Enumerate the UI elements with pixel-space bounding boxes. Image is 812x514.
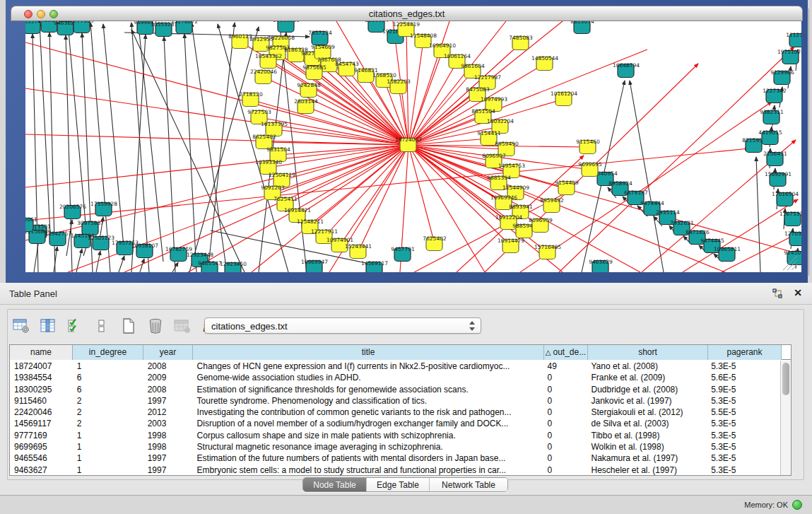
cell-short[interactable]: Nakamura et al. (1997) [587,452,707,464]
column-header-name[interactable]: name [10,345,73,360]
tab-node-table[interactable]: Node Table [303,478,367,491]
network-window-titlebar[interactable]: citations_edges.txt [11,6,803,21]
cell-year[interactable]: 2012 [143,407,193,418]
cell-short[interactable]: Tibbo et al. (1998) [587,430,707,441]
trash-icon[interactable] [146,316,165,336]
column-header-pagerank[interactable]: pagerank [708,345,782,360]
graph-node[interactable]: 10161204 [551,90,577,106]
cell-name[interactable]: 18724007 [10,361,73,372]
graph-node[interactable]: 14569117 [361,260,388,272]
graph-node[interactable]: 1112153 [786,32,801,47]
graph-edge[interactable] [756,157,760,272]
cell-title[interactable]: Structural magnetic resonance image aver… [193,441,543,452]
graph-node[interactable]: 7625402 [423,235,447,251]
graph-node[interactable]: 2718120 [239,91,263,107]
graph-node[interactable]: 1227342 [763,88,787,103]
cell-out-de-[interactable]: 0 [543,384,587,395]
graph-node[interactable]: 8960123 [228,33,252,49]
graph-edge[interactable] [131,23,149,272]
cell-short[interactable]: Wolkin et al. (1998) [587,441,707,452]
graph-node[interactable]: 16648794 [613,62,640,78]
graph-edge[interactable] [139,25,163,262]
cell-short[interactable]: Jankovic et al. (1997) [587,395,707,407]
graph-edge[interactable] [164,37,175,272]
table-row[interactable]: 946554611997Estimation of the future num… [10,452,780,464]
cell-year[interactable]: 1997 [143,452,193,464]
column-header-in-degree[interactable]: in_degree [73,345,143,360]
table-row[interactable]: 1830029562008Estimation of significance … [10,384,780,395]
cell-title[interactable]: Investigating the contribution of common… [193,407,543,418]
cell-name[interactable]: 19384554 [10,372,73,383]
graph-node[interactable]: 16958107 [131,243,158,258]
graph-node[interactable]: 9465547 [198,260,222,272]
cell-name[interactable]: 9463627 [10,465,73,475]
cell-out-de-[interactable]: 0 [543,407,587,418]
column-header-out-de-[interactable]: △out_de... [544,345,588,360]
graph-node[interactable]: 9129966 [770,69,794,85]
cell-short[interactable]: Dudbridge et al. (2008) [587,384,707,395]
cell-name[interactable]: 14569117 [10,418,73,429]
cell-title[interactable]: Corpus callosum shape and size in male p… [193,430,543,441]
graph-node[interactable]: 9382311 [760,109,784,124]
graph-node[interactable]: 2106431 [763,151,787,166]
cell-out-de-[interactable]: 0 [543,441,587,452]
close-panel-icon[interactable]: ✕ [794,287,802,298]
graph-edge[interactable] [25,88,408,145]
graph-node[interactable]: 9463629 [589,259,613,272]
cell-name[interactable]: 9465546 [10,452,73,464]
cell-year[interactable]: 1998 [143,430,193,441]
graph-node[interactable]: 16033809 [273,21,300,33]
table-row[interactable]: 1938455462009Genome-wide association stu… [10,372,780,383]
clear-checks-icon[interactable] [92,316,112,336]
cell-name[interactable]: 9699695 [10,441,73,452]
scrollbar-thumb[interactable] [782,363,789,395]
graph-node[interactable]: 19751074 [777,49,801,64]
graph-node[interactable]: 8813074 [570,21,594,34]
cell-name[interactable]: 18300295 [10,384,73,395]
column-header-title[interactable]: title [193,345,544,360]
cell-short[interactable]: Yano et al. (2008) [587,361,707,372]
cell-in-degree[interactable]: 2 [73,407,143,418]
cell-name[interactable]: 9115460 [10,395,73,407]
cell-out-de-[interactable]: 0 [543,418,587,429]
graph-node[interactable]: 13942757 [45,230,71,246]
cell-year[interactable]: 1997 [143,465,193,475]
column-header-short[interactable]: short [588,345,708,360]
cell-title[interactable]: Disruption of a novel member of a sodium… [193,418,543,429]
graph-edge[interactable] [25,134,408,145]
cell-year[interactable]: 2008 [143,361,193,372]
graph-node[interactable]: 2803144 [294,98,318,114]
cell-in-degree[interactable]: 1 [73,430,143,441]
graph-node[interactable]: 8959492 [540,197,564,213]
cell-pagerank[interactable]: 5.3E-5 [707,418,780,429]
graph-node[interactable]: 11675311 [779,211,801,226]
float-panel-icon[interactable] [772,288,784,299]
select-checks-icon[interactable] [65,316,85,336]
cell-short[interactable]: Stergiakouli et al. (2012) [587,407,707,418]
graph-node[interactable]: 10969947 [301,259,328,272]
cell-year[interactable]: 2009 [143,372,193,383]
graph-node[interactable]: 9115460 [576,139,600,154]
delete-table-icon[interactable] [172,316,192,336]
table-row[interactable]: 977716911998Corpus callosum shape and si… [10,430,780,441]
cell-pagerank[interactable]: 5.3E-5 [707,441,780,452]
graph-edge[interactable] [140,259,144,272]
graph-node[interactable]: 9777169 [70,21,94,33]
cell-in-degree[interactable]: 6 [73,372,143,383]
graph-node[interactable]: 14850544 [531,55,558,71]
graph-edge[interactable] [25,42,408,145]
cell-short[interactable]: Franke et al. (2009) [587,372,707,383]
cell-out-de-[interactable]: 0 [543,372,587,383]
cell-in-degree[interactable]: 1 [73,465,143,475]
cell-title[interactable]: Embryonic stem cells: a model to study s… [193,465,543,475]
table-row[interactable]: 2242004622012Investigating the contribut… [10,407,780,418]
cell-pagerank[interactable]: 5.9E-5 [707,384,780,395]
graph-node[interactable]: 8096909 [529,217,553,233]
table-row[interactable]: 946362711997Embryonic stem cells: a mode… [10,465,780,475]
cell-out-de-[interactable]: 0 [543,430,587,441]
cell-pagerank[interactable]: 5.5E-5 [707,407,780,418]
graph-edge[interactable] [119,256,124,272]
cell-title[interactable]: Changes of HCN gene expression and I(f) … [193,361,543,372]
cell-pagerank[interactable]: 5.6E-5 [707,372,780,383]
cell-year[interactable]: 1997 [143,395,193,407]
